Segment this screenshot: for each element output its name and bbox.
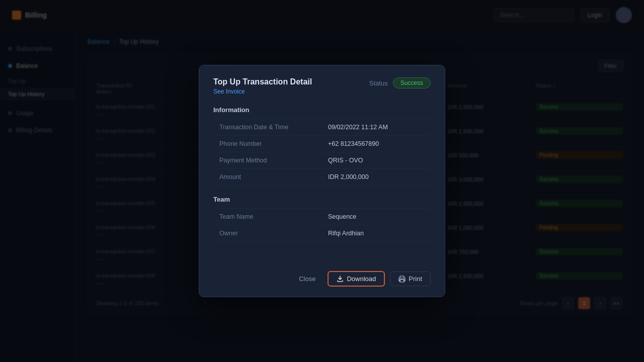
table-row: Transaction Date & Time 09/02/2022 11:12… bbox=[213, 119, 431, 136]
info-label: Amount bbox=[213, 169, 322, 186]
download-label: Download bbox=[347, 275, 376, 283]
information-table: Transaction Date & Time 09/02/2022 11:12… bbox=[213, 119, 431, 186]
table-row: Owner Rifqi Ardhian bbox=[213, 225, 431, 242]
close-button[interactable]: Close bbox=[292, 272, 323, 286]
modal-header: Top Up Transaction Detail See Invoice St… bbox=[213, 77, 431, 104]
download-button[interactable]: Download bbox=[328, 271, 385, 287]
table-row: Payment Method QRIS - OVO bbox=[213, 152, 431, 169]
status-label: Status bbox=[369, 79, 388, 87]
info-value: 09/02/2022 11:12 AM bbox=[322, 119, 431, 136]
svg-rect-0 bbox=[400, 276, 404, 278]
info-label: Payment Method bbox=[213, 152, 322, 169]
table-row: Team Name Sequence bbox=[213, 209, 431, 225]
info-value: IDR 2,000,000 bbox=[322, 169, 431, 186]
section-team-title: Team bbox=[213, 196, 431, 203]
print-label: Print bbox=[409, 275, 422, 283]
info-value: Rifqi Ardhian bbox=[322, 225, 431, 242]
info-value: +62 81234567890 bbox=[322, 136, 431, 152]
team-table: Team Name Sequence Owner Rifqi Ardhian bbox=[213, 208, 431, 242]
info-label: Transaction Date & Time bbox=[213, 119, 322, 136]
print-icon bbox=[398, 276, 406, 283]
transaction-detail-modal: Top Up Transaction Detail See Invoice St… bbox=[199, 65, 445, 297]
status-badge: Success bbox=[393, 77, 431, 88]
info-label: Phone Number bbox=[213, 136, 322, 152]
modal-status-row: Status Success bbox=[369, 77, 431, 88]
info-value: Sequence bbox=[322, 209, 431, 225]
print-button[interactable]: Print bbox=[390, 272, 431, 286]
table-row: Amount IDR 2,000,000 bbox=[213, 169, 431, 186]
download-icon bbox=[337, 276, 344, 283]
see-invoice-link[interactable]: See Invoice bbox=[213, 88, 245, 95]
modal-title-group: Top Up Transaction Detail See Invoice bbox=[213, 77, 312, 104]
info-label: Owner bbox=[213, 225, 322, 242]
info-value: QRIS - OVO bbox=[322, 152, 431, 169]
modal-title: Top Up Transaction Detail bbox=[213, 77, 312, 86]
section-information-title: Information bbox=[213, 106, 431, 114]
svg-rect-1 bbox=[400, 280, 404, 282]
modal-footer: Close Download Print bbox=[199, 264, 445, 297]
modal-body: Top Up Transaction Detail See Invoice St… bbox=[199, 65, 445, 264]
table-row: Phone Number +62 81234567890 bbox=[213, 136, 431, 152]
info-label: Team Name bbox=[213, 209, 322, 225]
